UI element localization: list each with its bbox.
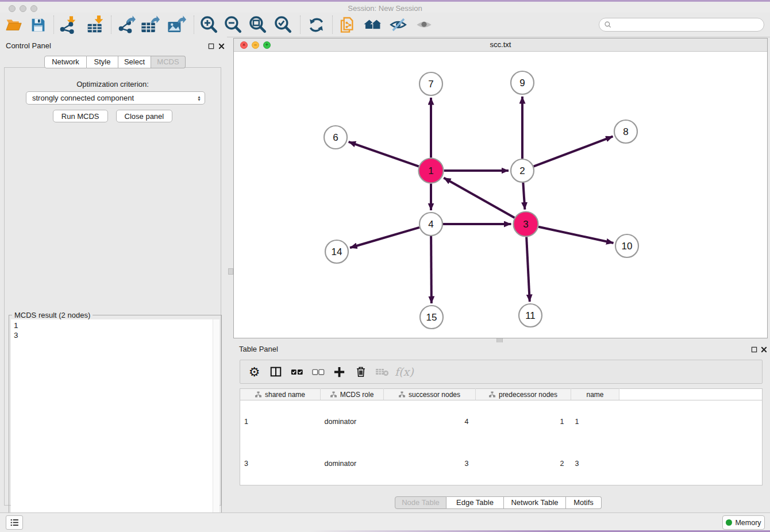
graph-edge-2-3[interactable] — [523, 183, 525, 210]
tab-edge-table[interactable]: Edge Table — [446, 496, 504, 509]
zoom-in-icon[interactable] — [197, 14, 220, 36]
column-header-successor-nodes[interactable]: successor nodes — [384, 389, 476, 400]
export-network-icon[interactable] — [115, 14, 138, 36]
status-bar: Memory — [0, 512, 770, 530]
mcds-result-text[interactable]: 1 3 — [11, 319, 220, 531]
graph-node-14[interactable]: 14 — [325, 240, 348, 263]
tab-select[interactable]: Select — [118, 56, 151, 68]
zoom-selected-icon[interactable] — [271, 14, 294, 36]
tab-network[interactable]: Network — [44, 56, 87, 68]
zoom-fit-icon[interactable] — [246, 14, 269, 36]
close-panel-icon[interactable] — [217, 42, 225, 50]
graph-node-10[interactable]: 10 — [615, 234, 638, 257]
search-input[interactable] — [615, 20, 764, 30]
graph-node-1[interactable]: 1 — [419, 159, 444, 183]
cell-successor_nodes[interactable]: 3 — [384, 443, 476, 485]
birds-eye-view-icon[interactable] — [413, 14, 436, 36]
close-panel-button[interactable]: Close panel — [116, 110, 173, 122]
add-column-icon[interactable] — [329, 361, 350, 382]
network-window-titlebar[interactable]: × − + scc.txt — [234, 38, 767, 52]
tab-network-table[interactable]: Network Table — [504, 496, 566, 509]
mcds-result-title: MCDS result (2 nodes) — [12, 311, 93, 319]
save-session-icon[interactable] — [26, 14, 49, 36]
cell-name[interactable]: 1 — [571, 400, 619, 443]
import-network-icon[interactable] — [56, 14, 79, 36]
delete-table-icon[interactable] — [371, 361, 392, 382]
cell-shared_name[interactable]: 1 — [240, 400, 321, 443]
column-header-name[interactable]: name — [571, 389, 619, 400]
table-settings-icon[interactable]: ⚙ — [244, 361, 265, 382]
graph-node-8[interactable]: 8 — [614, 120, 637, 143]
table-toolbar: ⚙ f(x) — [240, 360, 763, 384]
cell-predecessor_nodes[interactable]: 1 — [476, 400, 571, 443]
table-panel: Table Panel ⚙ — [233, 342, 770, 510]
close-table-panel-icon[interactable] — [760, 345, 768, 353]
result-scrollbar[interactable] — [213, 319, 220, 531]
search-field[interactable] — [599, 18, 764, 32]
graph-edge-3-11[interactable] — [526, 237, 530, 302]
split-panel-icon[interactable] — [265, 361, 286, 382]
fx-label: f(x) — [392, 365, 414, 378]
cell-name[interactable]: 3 — [571, 443, 619, 485]
cell-successor_nodes[interactable]: 4 — [384, 400, 476, 443]
table-row[interactable]: 3dominator323 — [240, 443, 763, 485]
graph-node-6[interactable]: 6 — [324, 126, 347, 149]
export-table-icon[interactable] — [138, 14, 161, 36]
svg-text:6: 6 — [333, 132, 338, 143]
column-type-icon — [255, 391, 261, 398]
vertical-splitter-grip[interactable] — [228, 268, 233, 275]
cell-mcds_role[interactable]: dominator — [321, 400, 384, 443]
graph-node-11[interactable]: 11 — [519, 304, 542, 327]
cell-shared_name[interactable]: 3 — [240, 443, 321, 485]
cell-mcds_role[interactable]: dominator — [321, 443, 384, 485]
column-header-predecessor-nodes[interactable]: predecessor nodes — [476, 389, 571, 400]
toggle-graphics-details-icon[interactable] — [387, 14, 410, 36]
memory-label: Memory — [735, 519, 761, 527]
main-titlebar[interactable]: Session: New Session — [0, 2, 770, 13]
zoom-out-icon[interactable] — [221, 14, 244, 36]
graph-node-9[interactable]: 9 — [511, 71, 534, 94]
svg-text:1: 1 — [428, 165, 433, 176]
open-session-icon[interactable] — [2, 14, 25, 36]
graph-node-7[interactable]: 7 — [419, 72, 442, 95]
cell-predecessor_nodes[interactable]: 2 — [476, 443, 571, 485]
svg-text:15: 15 — [426, 312, 437, 323]
tab-motifs[interactable]: Motifs — [566, 496, 602, 509]
deselect-all-icon[interactable] — [307, 361, 329, 382]
refresh-view-icon[interactable] — [305, 14, 328, 36]
task-history-button[interactable] — [6, 515, 23, 530]
memory-button[interactable]: Memory — [722, 515, 765, 530]
svg-text:8: 8 — [623, 126, 628, 137]
graph-node-15[interactable]: 15 — [420, 306, 443, 329]
graph-node-3[interactable]: 3 — [514, 212, 538, 237]
apply-function-icon[interactable]: f(x) — [392, 361, 414, 382]
graph-edge-1-6[interactable] — [349, 142, 419, 167]
float-panel-icon[interactable] — [207, 42, 215, 50]
tab-style[interactable]: Style — [87, 56, 118, 68]
criterion-select[interactable]: strongly connected component ▲▼ — [26, 91, 205, 105]
column-header-MCDS-role[interactable]: MCDS role — [321, 389, 384, 400]
column-header-shared-name[interactable]: shared name — [240, 389, 321, 400]
clone-network-icon[interactable] — [336, 14, 359, 36]
graph-edge-4-14[interactable] — [350, 228, 419, 248]
reset-home-view-icon[interactable] — [361, 14, 384, 36]
delete-column-icon[interactable] — [350, 361, 371, 382]
graph-edge-2-8[interactable] — [534, 136, 613, 166]
graph-edge-3-10[interactable] — [538, 227, 614, 243]
graph-node-2[interactable]: 2 — [511, 159, 534, 182]
network-canvas[interactable]: 7968124314101511 — [234, 52, 767, 338]
column-type-icon — [330, 391, 337, 398]
application-window: Session: New Session — [0, 0, 770, 532]
select-all-icon[interactable] — [286, 361, 307, 382]
graph-edge-4-15[interactable] — [431, 236, 432, 303]
cell-filler — [619, 400, 763, 443]
run-mcds-button[interactable]: Run MCDS — [53, 110, 108, 122]
tab-mcds[interactable]: MCDS — [151, 56, 186, 68]
export-image-icon[interactable] — [165, 14, 188, 36]
graph-edge-3-1[interactable] — [444, 178, 514, 218]
import-table-icon[interactable] — [84, 14, 107, 36]
float-table-panel-icon[interactable] — [750, 345, 758, 353]
table-row[interactable]: 1dominator411 — [240, 400, 763, 443]
graph-node-4[interactable]: 4 — [419, 213, 442, 236]
tab-node-table[interactable]: Node Table — [395, 496, 446, 509]
